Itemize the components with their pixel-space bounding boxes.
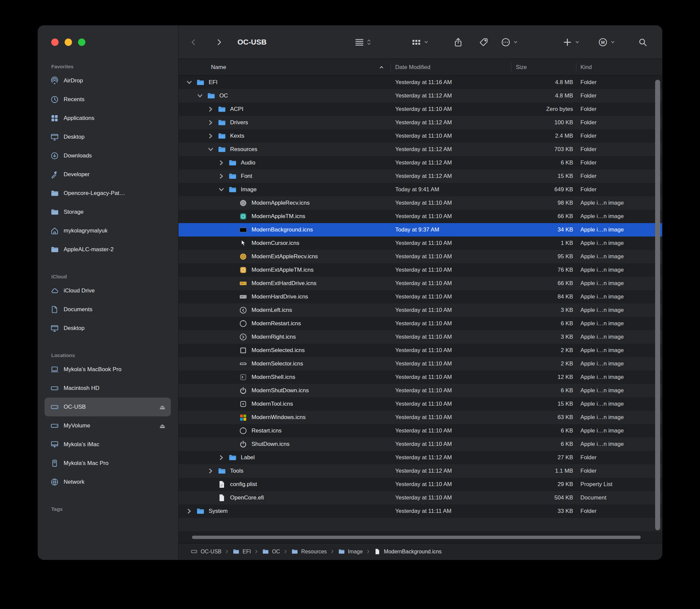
file-row-modernapplerecv-icns[interactable]: ModernAppleRecv.icnsYesterday at 11:10 A…: [178, 196, 662, 210]
path-item-oc[interactable]: OC: [262, 548, 280, 555]
horizontal-scrollbar[interactable]: [192, 536, 641, 539]
sidebar-item-mykola-s-macbook-pro[interactable]: Mykola’s MacBook Pro: [45, 360, 171, 379]
file-row-image[interactable]: ImageToday at 9:41 AM649 KBFolder: [178, 183, 662, 196]
eject-icon[interactable]: ⏏: [159, 422, 165, 430]
column-separator[interactable]: [390, 63, 391, 71]
search-button[interactable]: [638, 37, 647, 47]
file-row-config-plist[interactable]: config.plistYesterday at 11:10 AM29 KBPr…: [178, 478, 662, 491]
file-row-label[interactable]: LabelYesterday at 11:12 AM27 KBFolder: [178, 451, 662, 464]
file-row-font[interactable]: FontYesterday at 11:12 AM15 KBFolder: [178, 170, 662, 183]
disclosure-closed-icon[interactable]: [186, 508, 193, 515]
new-folder-button[interactable]: [562, 37, 580, 47]
file-row-modernextapplerecv-icns[interactable]: ModernExtAppleRecv.icnsYesterday at 11:1…: [178, 250, 662, 263]
file-row-moderntool-icns[interactable]: ModernTool.icnsYesterday at 11:10 AM15 K…: [178, 397, 662, 411]
back-button[interactable]: [190, 37, 197, 47]
sidebar-item-applealc-master-2[interactable]: AppleALC-master-2: [45, 240, 171, 259]
sidebar-item-developer[interactable]: Developer: [45, 165, 171, 184]
disclosure-closed-icon[interactable]: [218, 454, 225, 461]
column-header-kind[interactable]: Kind: [580, 64, 592, 71]
file-row-modernleft-icns[interactable]: ModernLeft.icnsYesterday at 11:10 AM3 KB…: [178, 303, 662, 317]
sidebar-item-storage[interactable]: Storage: [45, 203, 171, 222]
file-row-modernappletm-icns[interactable]: ModernAppleTM.icnsYesterday at 11:10 AM6…: [178, 210, 662, 223]
file-row-drivers[interactable]: DriversYesterday at 11:12 AM100 KBFolder: [178, 116, 662, 129]
disclosure-closed-icon[interactable]: [207, 106, 214, 112]
file-kind: Document: [580, 494, 606, 501]
file-row-oc[interactable]: OCYesterday at 11:12 AM4.8 MBFolder: [178, 89, 662, 103]
tags-button[interactable]: [478, 37, 489, 47]
sidebar-item-myvolume[interactable]: MyVolume⏏: [45, 416, 171, 435]
file-row-efi[interactable]: EFIYesterday at 11:16 AM4.8 MBFolder: [178, 76, 662, 89]
disclosure-closed-icon[interactable]: [207, 468, 214, 474]
sidebar-item-mykola-s-mac-pro[interactable]: Mykola’s Mac Pro: [45, 454, 171, 473]
file-name: Tools: [230, 468, 244, 474]
path-item-modernbackground-icns[interactable]: ModernBackground.icns: [374, 548, 442, 555]
file-row-modernrestart-icns[interactable]: ModernRestart.icnsYesterday at 11:10 AM6…: [178, 317, 662, 330]
view-mode-button[interactable]: [354, 37, 371, 47]
file-row-modernright-icns[interactable]: ModernRight.icnsYesterday at 11:10 AM3 K…: [178, 330, 662, 344]
column-header-date-modified[interactable]: Date Modified: [395, 64, 431, 71]
file-row-tools[interactable]: ToolsYesterday at 11:12 AM1.1 MBFolder: [178, 464, 662, 478]
share-button[interactable]: [453, 37, 463, 47]
column-separator[interactable]: [511, 63, 511, 71]
disclosure-open-icon[interactable]: [218, 186, 225, 193]
vertical-scrollbar[interactable]: [655, 80, 660, 530]
file-row-modernshutdown-icns[interactable]: ModernShutDown.icnsYesterday at 11:10 AM…: [178, 384, 662, 397]
file-name: Kexts: [230, 133, 245, 139]
minimize-button[interactable]: [65, 38, 72, 46]
sidebar-item-icloud-drive[interactable]: iCloud Drive: [45, 281, 171, 300]
file-row-modernharddrive-icns[interactable]: ModernHardDrive.icnsYesterday at 11:10 A…: [178, 290, 662, 303]
disclosure-closed-icon[interactable]: [218, 159, 225, 166]
column-header-name[interactable]: Name: [211, 64, 226, 71]
file-row-resources[interactable]: ResourcesYesterday at 11:12 AM703 KBFold…: [178, 143, 662, 156]
file-row-system[interactable]: SystemYesterday at 11:11 AM33 KBFolder: [178, 504, 662, 518]
sidebar-item-desktop[interactable]: Desktop: [45, 319, 171, 338]
file-row-shutdown-icns[interactable]: ShutDown.icnsYesterday at 11:10 AM6 KBAp…: [178, 437, 662, 451]
disclosure-open-icon[interactable]: [207, 146, 214, 153]
sidebar-item-desktop[interactable]: Desktop: [45, 128, 171, 146]
file-row-modernselected-icns[interactable]: ModernSelected.icnsYesterday at 11:10 AM…: [178, 344, 662, 357]
file-row-opencore-efi[interactable]: OpenCore.efiYesterday at 11:10 AM504 KBD…: [178, 491, 662, 504]
file-row-moderncursor-icns[interactable]: ModernCursor.icnsYesterday at 11:10 AM1 …: [178, 237, 662, 250]
sidebar-item-opencore-legacy-pat[interactable]: Opencore-Legacy-Pat…: [45, 184, 171, 203]
zoom-button[interactable]: [78, 38, 85, 46]
file-row-restart-icns[interactable]: Restart.icnsYesterday at 11:10 AM6 KBApp…: [178, 424, 662, 437]
path-item-resources[interactable]: Resources: [291, 548, 327, 555]
sidebar-item-documents[interactable]: Documents: [45, 300, 171, 319]
chevron-down-small-icon: [610, 39, 615, 45]
file-row-modernshell-icns[interactable]: ModernShell.icnsYesterday at 11:10 AM12 …: [178, 370, 662, 384]
sidebar-item-mykolagrymalyuk[interactable]: mykolagrymalyuk: [45, 222, 171, 240]
forward-button[interactable]: [215, 37, 223, 47]
file-row-modernwindows-icns[interactable]: ModernWindows.icnsYesterday at 11:10 AM6…: [178, 411, 662, 424]
file-row-kexts[interactable]: KextsYesterday at 11:10 AM2.4 MBFolder: [178, 129, 662, 143]
disclosure-closed-icon[interactable]: [207, 133, 214, 139]
file-row-acpi[interactable]: ACPIYesterday at 11:10 AMZero bytesFolde…: [178, 103, 662, 116]
path-item-image[interactable]: Image: [338, 548, 363, 555]
group-button[interactable]: [411, 37, 429, 47]
sidebar-item-recents[interactable]: Recents: [45, 90, 171, 109]
disclosure-closed-icon[interactable]: [218, 173, 225, 179]
path-item-oc-usb[interactable]: OC-USB: [191, 548, 222, 555]
sidebar-item-oc-usb[interactable]: OC-USB⏏: [45, 398, 171, 416]
file-row-modernselector-icns[interactable]: ModernSelector.icnsYesterday at 11:10 AM…: [178, 357, 662, 370]
sidebar-item-mykola-s-imac[interactable]: Mykola’s iMac: [45, 435, 171, 454]
sidebar-item-airdrop[interactable]: AirDrop: [45, 71, 171, 90]
eject-icon[interactable]: ⏏: [159, 403, 165, 411]
more-actions-button[interactable]: [501, 37, 518, 47]
sidebar-item-network[interactable]: Network: [45, 473, 171, 491]
disclosure-closed-icon[interactable]: [207, 119, 214, 126]
path-item-efi[interactable]: EFI: [232, 548, 251, 555]
account-button[interactable]: M: [598, 37, 615, 47]
disclosure-open-icon[interactable]: [197, 92, 203, 99]
file-row-modernextappletm-icns[interactable]: ModernExtAppleTM.icnsYesterday at 11:10 …: [178, 263, 662, 277]
disclosure-open-icon[interactable]: [186, 79, 193, 86]
sidebar-item-applications[interactable]: Applications: [45, 109, 171, 128]
group-icon: [411, 37, 421, 47]
column-header-size[interactable]: Size: [516, 64, 527, 71]
sidebar-item-downloads[interactable]: Downloads: [45, 146, 171, 165]
sidebar-item-macintosh-hd[interactable]: Macintosh HD: [45, 379, 171, 398]
column-separator[interactable]: [576, 63, 576, 71]
close-button[interactable]: [51, 38, 58, 46]
file-row-modernbackground-icns[interactable]: ModernBackground.icnsToday at 9:37 AM34 …: [178, 223, 662, 237]
file-row-audio[interactable]: AudioYesterday at 11:12 AM6 KBFolder: [178, 156, 662, 170]
file-row-modernextharddrive-icns[interactable]: ModernExtHardDrive.icnsYesterday at 11:1…: [178, 277, 662, 290]
